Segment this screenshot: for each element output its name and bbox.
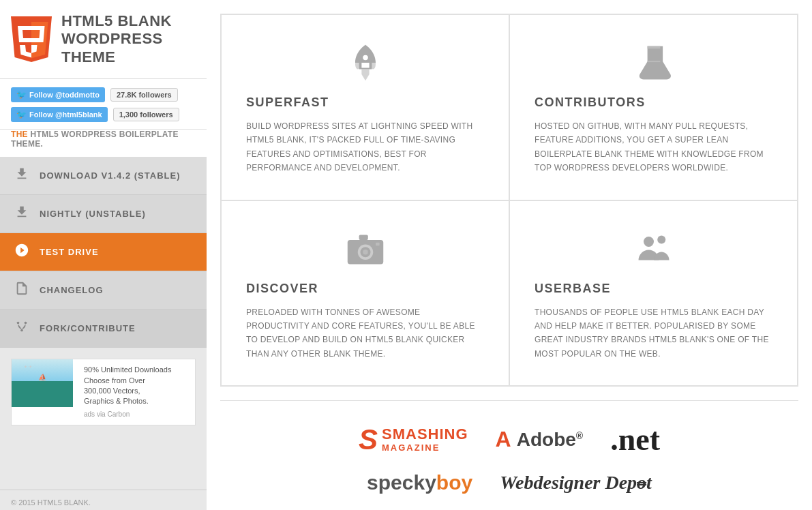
nav-item-fork[interactable]: FORK/CONTRIBUTE <box>0 310 207 348</box>
sidebar-nav: DOWNLOAD V1.4.2 (STABLE) NIGHTLY (UNSTAB… <box>0 157 207 348</box>
twitter-icon: 🐦 <box>16 90 27 100</box>
html5-logo-icon <box>11 16 52 63</box>
svg-point-6 <box>17 322 20 325</box>
superfast-desc: BUILD WORDPRESS SITES AT LIGHTNING SPEED… <box>246 119 484 175</box>
sidebar-header: HTML5 BLANK WORDPRESS THEME <box>0 0 207 79</box>
brand-adobe: A Adobe® <box>496 427 584 452</box>
nav-item-nightly[interactable]: NIGHTLY (UNSTABLE) <box>0 195 207 233</box>
html5blank-followers-badge: 1,300 followers <box>113 108 179 121</box>
brands-row-2: speckyboy Webdesigner Depot <box>367 471 652 494</box>
nav-item-testdrive[interactable]: TEST DRIVE <box>0 233 207 271</box>
sidebar-title: HTML5 BLANK WORDPRESS THEME <box>61 12 196 66</box>
svg-point-20 <box>657 235 665 243</box>
download-icon <box>14 166 30 185</box>
userbase-desc: THOUSANDS OF PEOPLE USE HTML5 BLANK EACH… <box>535 305 772 361</box>
sidebar-social: 🐦 Follow @toddmotto 27.8K followers 🐦 Fo… <box>0 79 207 130</box>
svg-point-16 <box>363 250 368 255</box>
brands-row-1: S SMASHING MAGAZINE A Adobe® .net <box>359 421 660 457</box>
adobe-icon: A <box>496 427 511 452</box>
feature-card-superfast: SUPERFAST BUILD WORDPRESS SITES AT LIGHT… <box>221 14 509 200</box>
ad-text-content: 90% Unlimited DownloadsChoose from Over3… <box>80 359 175 425</box>
svg-point-9 <box>355 59 361 69</box>
rocket-icon <box>246 42 484 83</box>
svg-point-10 <box>370 59 376 69</box>
twitter-row-1: 🐦 Follow @toddmotto 27.8K followers <box>11 87 196 102</box>
ad-image: ⛵ ✈ ✈ <box>12 359 73 407</box>
twitter-row-2: 🐦 Follow @html5blank 1,300 followers <box>11 107 196 122</box>
flask-icon <box>535 42 772 83</box>
svg-point-19 <box>644 237 654 247</box>
svg-point-7 <box>25 322 27 325</box>
feature-card-discover: DISCOVER PRELOADED WITH TONNES OF AWESOM… <box>221 200 509 387</box>
discover-title: DISCOVER <box>246 282 318 296</box>
users-icon <box>535 228 772 269</box>
changelog-icon <box>14 281 30 299</box>
superfast-title: SUPERFAST <box>246 95 329 110</box>
smashing-s-icon: S <box>359 425 378 454</box>
contributors-desc: HOSTED ON GITHUB, WITH MANY PULL REQUEST… <box>535 119 772 175</box>
svg-rect-12 <box>647 46 660 49</box>
features-grid: SUPERFAST BUILD WORDPRESS SITES AT LIGHT… <box>220 14 798 387</box>
svg-rect-18 <box>376 242 380 245</box>
brand-dotnet: .net <box>610 421 660 457</box>
brand-webdesigner-depot: Webdesigner Depot <box>500 472 652 494</box>
testdrive-icon <box>14 243 30 261</box>
brand-speckyboy: speckyboy <box>367 471 472 494</box>
ad-via: ads via Carbon <box>84 410 171 419</box>
fork-icon <box>14 319 30 338</box>
sidebar-ad[interactable]: ⛵ ✈ ✈ 90% Unlimited DownloadsChoose from… <box>11 359 196 425</box>
feature-card-contributors: CONTRIBUTORS HOSTED ON GITHUB, WITH MANY… <box>509 14 798 200</box>
svg-rect-17 <box>359 235 367 240</box>
toddmotto-followers-badge: 27.8K followers <box>110 88 178 102</box>
follow-html5blank-button[interactable]: 🐦 Follow @html5blank <box>11 107 108 122</box>
adobe-text: Adobe® <box>517 429 583 451</box>
contributors-title: CONTRIBUTORS <box>535 95 646 110</box>
follow-toddmotto-button[interactable]: 🐦 Follow @toddmotto <box>11 87 105 102</box>
sidebar: HTML5 BLANK WORDPRESS THEME 🐦 Follow @to… <box>0 0 207 510</box>
camera-icon <box>246 228 484 269</box>
brands-section: S SMASHING MAGAZINE A Adobe® .net specky… <box>220 400 798 510</box>
svg-point-8 <box>20 329 23 332</box>
nav-item-download[interactable]: DOWNLOAD V1.4.2 (STABLE) <box>0 157 207 195</box>
nightly-download-icon <box>14 205 30 223</box>
nav-item-changelog[interactable]: CHANGELOG <box>0 271 207 310</box>
sidebar-footer: © 2015 HTML5 BLANK. <box>0 490 207 510</box>
userbase-title: USERBASE <box>535 282 611 296</box>
main-content: SUPERFAST BUILD WORDPRESS SITES AT LIGHT… <box>207 0 812 510</box>
brand-smashing-magazine: S SMASHING MAGAZINE <box>359 425 468 454</box>
svg-point-11 <box>363 55 368 61</box>
twitter-icon-2: 🐦 <box>16 110 27 119</box>
discover-desc: PRELOADED WITH TONNES OF AWESOME PRODUCT… <box>246 305 484 361</box>
smashing-text: SMASHING MAGAZINE <box>382 426 468 452</box>
sidebar-tagline: THE HTML5 WORDPRESS BOILERPLATE THEME. <box>0 130 207 157</box>
feature-card-userbase: USERBASE THOUSANDS OF PEOPLE USE HTML5 B… <box>509 200 798 387</box>
